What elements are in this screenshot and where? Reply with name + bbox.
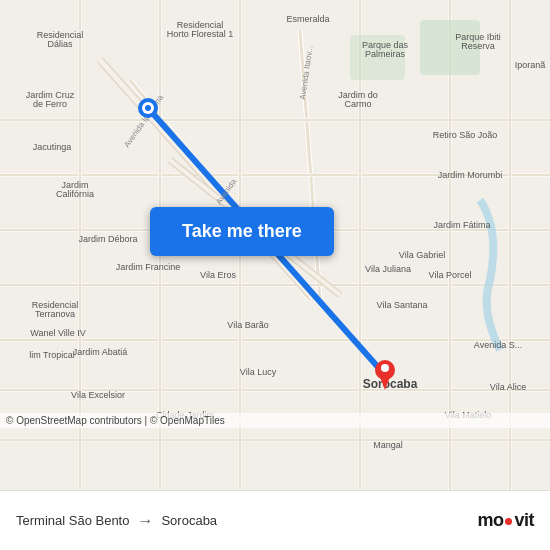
label-jardim-abatia: Jardim Abatiá [73, 347, 128, 357]
label-esmeralda: Esmeralda [286, 14, 329, 24]
label-lim-tropical: lim Tropical [29, 350, 75, 360]
route-info: Terminal São Bento → Sorocaba [16, 512, 477, 530]
label-retiro: Retiro São João [433, 130, 498, 140]
route-to: Sorocaba [161, 513, 217, 528]
label-vila-lucy: Vila Lucy [240, 367, 277, 377]
label-vila-barao: Vila Barão [227, 320, 268, 330]
label-vila-excelsior: Vila Excelsior [71, 390, 125, 400]
label-vila-porcel: Vila Porcel [429, 270, 472, 280]
bottom-bar: Terminal São Bento → Sorocaba movit [0, 490, 550, 550]
moovit-dot [505, 518, 512, 525]
label-jardim-fatima: Jardim Fátima [433, 220, 490, 230]
label-parque-ibiti2: Reserva [461, 41, 495, 51]
label-morumbi: Jardim Morumbi [438, 170, 503, 180]
label-jardim-debora: Jardim Débora [78, 234, 137, 244]
destination-marker-inner [381, 364, 389, 372]
route-arrow: → [137, 512, 153, 530]
label-avenida-s: Avenida S... [474, 340, 522, 350]
label-jardim-francine: Jardim Francine [116, 262, 181, 272]
label-jardim-california2: Califórnia [56, 189, 94, 199]
map-attribution: © OpenStreetMap contributors | © OpenMap… [0, 413, 550, 428]
origin-marker-dot [145, 105, 151, 111]
label-wanel: Wanel Ville IV [30, 328, 86, 338]
moovit-logo: movit [477, 510, 534, 531]
label-mangal: Mangal [373, 440, 403, 450]
label-horto2: Horto Florestal 1 [167, 29, 234, 39]
label-parque-palmeiras2: Palmeiras [365, 49, 406, 59]
label-jacutinga: Jacutinga [33, 142, 72, 152]
route-from: Terminal São Bento [16, 513, 129, 528]
label-iporana: Iporanã [515, 60, 546, 70]
take-me-there-button[interactable]: Take me there [150, 207, 334, 256]
map-container: Avenida Ipanema Avenida Avenida Itaov...… [0, 0, 550, 490]
label-vila-gabriel: Vila Gabriel [399, 250, 445, 260]
label-vila-juliana: Vila Juliana [365, 264, 411, 274]
label-terranova2: Terranova [35, 309, 75, 319]
label-jardim-cruz2: de Ferro [33, 99, 67, 109]
label-residencial-dalias2: Dálias [47, 39, 73, 49]
label-vila-santana: Vila Santana [377, 300, 428, 310]
label-vila-alice: Vila Alice [490, 382, 526, 392]
label-sorocaba: Sorocaba [363, 377, 418, 391]
moovit-logo-text: movit [477, 510, 534, 531]
label-jardim-carmo2: Carmo [344, 99, 371, 109]
label-vila-eros: Vila Eros [200, 270, 236, 280]
